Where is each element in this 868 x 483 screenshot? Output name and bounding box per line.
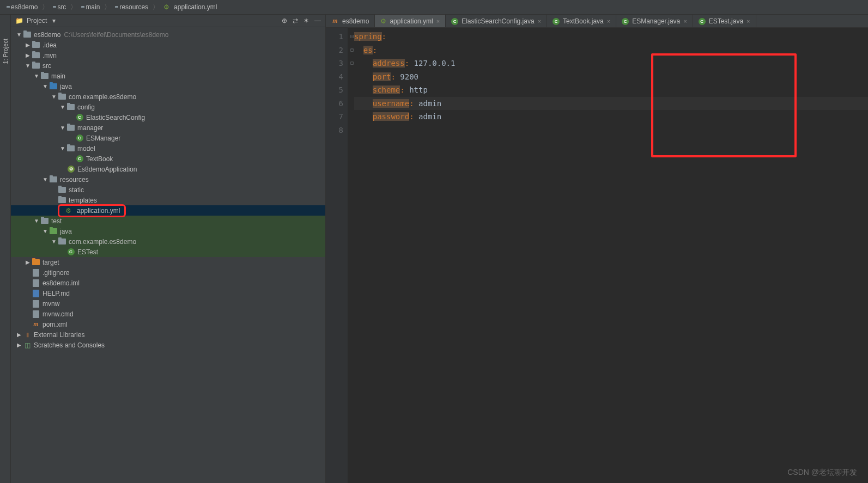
tree-node[interactable]: es8demo.iml (11, 278, 325, 288)
gear-icon[interactable]: ✶ (304, 17, 309, 25)
project-panel: 📁 Project ▾ ⊕ ⇄ ✶ — ▼es8demoC:\Users\fei… (11, 15, 326, 483)
tree-node[interactable]: .gitignore (11, 267, 325, 278)
project-tool-tab[interactable]: 1: Project (2, 36, 9, 66)
tree-node[interactable]: mvnw.cmd (11, 309, 325, 319)
close-icon[interactable]: × (746, 18, 750, 25)
tree-node[interactable]: templates (11, 195, 325, 205)
breadcrumb-item[interactable]: main (79, 2, 102, 12)
chevron-right-icon: 〉 (42, 3, 48, 12)
breadcrumb-item[interactable]: ⚙application.yml (161, 2, 219, 12)
tree-node[interactable]: mvnw (11, 298, 325, 309)
tree-node[interactable]: CESTest (11, 247, 325, 257)
tree-node[interactable]: CTextBook (11, 154, 325, 164)
highlight-annotation: ⚙application.yml (58, 204, 126, 217)
chevron-right-icon: 〉 (104, 3, 111, 12)
expand-icon[interactable]: ⇄ (293, 17, 298, 25)
locate-icon[interactable]: ⊕ (282, 17, 287, 25)
editor-tab[interactable]: CESManager.java× (616, 15, 693, 27)
tree-node[interactable]: ▶.idea (11, 40, 325, 50)
tree-node[interactable]: HELP.md (11, 288, 325, 298)
editor-body[interactable]: 12345678 ⊟⊟⊟ spring: es: address: 127.0.… (326, 28, 868, 483)
tree-node[interactable]: ▼resources (11, 174, 325, 185)
tree-node[interactable]: ▼test (11, 216, 325, 226)
breadcrumb-item[interactable]: resources (113, 2, 150, 12)
close-icon[interactable]: × (683, 18, 687, 25)
chevron-down-icon[interactable]: ▾ (52, 17, 56, 25)
tree-node[interactable]: ▼com.example.es8demo (11, 236, 325, 247)
chevron-right-icon: 〉 (70, 3, 77, 12)
close-icon[interactable]: × (436, 18, 440, 25)
tree-node[interactable]: CElasticSearchConfig (11, 112, 325, 123)
tree-node[interactable]: ▼src (11, 60, 325, 71)
editor-area: mes8demo⚙application.yml×CElasticSearchC… (326, 15, 868, 483)
editor-tab[interactable]: CTextBook.java× (547, 15, 616, 27)
tree-node[interactable]: ▶target (11, 257, 325, 267)
breadcrumb-item[interactable]: es8demo (4, 2, 40, 12)
breadcrumb-item[interactable]: src (51, 2, 68, 12)
tree-node[interactable]: ⚙Es8demoApplication (11, 164, 325, 174)
tree-node[interactable]: ▶⫴External Libraries (11, 329, 325, 340)
close-icon[interactable]: × (607, 18, 610, 25)
panel-title[interactable]: Project (27, 17, 47, 25)
chevron-right-icon: 〉 (153, 3, 159, 12)
tree-node[interactable]: CESManager (11, 133, 325, 143)
tree-node[interactable]: static (11, 185, 325, 195)
project-tree[interactable]: ▼es8demoC:\Users\feifei\Documents\es8dem… (11, 27, 325, 483)
editor-tab[interactable]: mes8demo (326, 15, 375, 27)
breadcrumb: es8demo〉src〉main〉resources〉⚙application.… (0, 0, 868, 15)
tree-node[interactable]: ▼java (11, 226, 325, 236)
tree-node[interactable]: ▼main (11, 71, 325, 81)
code[interactable]: spring: es: address: 127.0.0.1 port: 920… (348, 28, 868, 483)
tree-node[interactable]: ▼manager (11, 123, 325, 133)
tree-node[interactable]: ▶◫Scratches and Consoles (11, 340, 325, 350)
minimize-icon[interactable]: — (314, 17, 321, 25)
editor-tabs: mes8demo⚙application.yml×CElasticSearchC… (326, 15, 868, 28)
tree-node[interactable]: ▼model (11, 143, 325, 154)
tree-node[interactable]: mpom.xml (11, 319, 325, 329)
tool-window-stripe: 1: Project (0, 15, 11, 483)
tree-node[interactable]: ▼com.example.es8demo (11, 91, 325, 102)
tree-node[interactable]: ▼java (11, 81, 325, 91)
project-panel-header: 📁 Project ▾ ⊕ ⇄ ✶ — (11, 15, 325, 27)
gutter: 12345678 (326, 28, 348, 483)
watermark: CSDN @老坛聊开发 (787, 468, 857, 478)
editor-tab[interactable]: CESTest.java× (693, 15, 756, 27)
editor-tab[interactable]: CElasticSearchConfig.java× (446, 15, 547, 27)
tree-node[interactable]: ▼es8demoC:\Users\feifei\Documents\es8dem… (11, 29, 325, 40)
tree-node[interactable]: ⚙application.yml (11, 205, 325, 216)
editor-tab[interactable]: ⚙application.yml× (375, 15, 446, 27)
tree-node[interactable]: ▶.mvn (11, 50, 325, 60)
tree-node[interactable]: ▼config (11, 102, 325, 112)
close-icon[interactable]: × (538, 18, 541, 25)
project-icon: 📁 (15, 17, 23, 25)
